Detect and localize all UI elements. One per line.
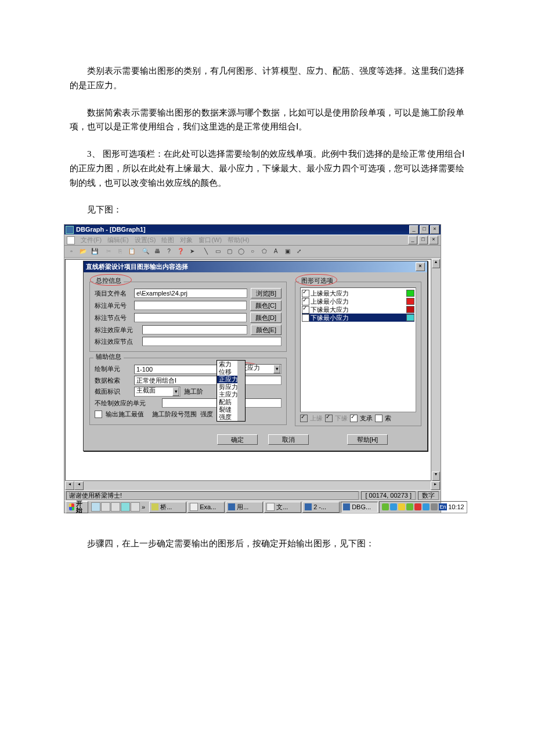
mdi-minimize-button[interactable]: _ [408,236,417,244]
check-icon[interactable] [302,290,309,297]
mdi-close-button[interactable]: × [429,236,438,244]
color-c-button[interactable]: 颜色[C] [250,300,282,311]
scroll-up-icon[interactable]: ▴ [432,259,440,268]
unit-input[interactable] [134,301,247,310]
task-item[interactable]: 用... [226,502,263,513]
type-dropdown-list[interactable]: 索力 位移 正应力 剪应力 主应力 配筋 裂缝 强度 [217,360,246,422]
chk-cable[interactable] [375,415,383,422]
tool-save-icon[interactable]: 💾 [89,246,100,257]
options-listbox[interactable]: 上缘最大应力 上缘最小应力 [300,287,416,412]
tray-icon[interactable] [431,503,438,510]
tool-cursor-icon[interactable]: ➤ [186,246,198,257]
scroll-left2-icon[interactable]: ◂ [74,481,84,490]
task-item[interactable]: 桥... [149,502,186,513]
scroll-right-icon[interactable]: ▸ [431,481,440,490]
ql-more[interactable]: » [140,504,146,510]
mdi-doc-icon[interactable] [67,236,75,244]
tool-open-icon[interactable]: 📂 [77,246,89,257]
tool-zoom-icon[interactable]: ⤢ [293,246,305,257]
tool-paste-icon[interactable]: 📋 [126,246,138,257]
list-item[interactable]: 下缘最大应力 [302,305,414,314]
ql-ie-icon[interactable] [91,502,100,512]
task-item[interactable]: Exa... [187,502,225,513]
check-icon[interactable] [302,298,309,305]
tool-roundrect-icon[interactable]: ▢ [223,246,235,257]
dataret-input[interactable] [134,376,282,385]
color-swatch[interactable] [406,298,414,305]
chk-support[interactable] [350,415,358,422]
check-icon[interactable] [302,306,309,314]
tray-icon[interactable] [414,503,421,510]
tool-circle-icon[interactable]: ○ [247,246,258,257]
canvas[interactable]: 直线桥梁设计项目图形输出内容选择 × 总控信息 项目文件名 [65,259,431,481]
tray-icon[interactable] [382,503,389,510]
tool-line-icon[interactable]: ╲ [200,246,212,257]
drawunit-input[interactable] [134,365,219,374]
color-e-button[interactable]: 颜色[E] [251,325,282,335]
color-swatch[interactable] [406,290,414,297]
color-d-button[interactable]: 颜色[D] [250,312,282,323]
tool-polygon-icon[interactable]: ⬠ [258,246,270,257]
section-select[interactable]: 主截面 [134,387,181,397]
tool-copy-icon[interactable]: ⎘ [114,246,126,257]
tool-rect-icon[interactable]: ▭ [212,246,223,257]
task-item-active[interactable]: DBG... [341,502,378,513]
horizontal-scrollbar[interactable]: ◂ ◂ ▸ [65,481,440,489]
effunit-input[interactable] [142,325,247,334]
chk-top[interactable] [300,415,308,422]
start-button[interactable]: 开始 [66,501,88,513]
tray-icon[interactable] [398,503,405,510]
dropdown-scrollbar[interactable] [237,361,245,421]
ql-outlook-icon[interactable] [111,502,120,512]
cancel-button[interactable]: 取消 [268,434,309,445]
list-item[interactable]: 上缘最大应力 [302,289,414,297]
ql-app-icon[interactable] [131,502,140,512]
node-input[interactable] [134,313,247,322]
vertical-scrollbar[interactable]: ▴ ▾ [432,259,440,481]
tray-icon[interactable] [406,503,413,510]
tool-print-icon[interactable]: 🖶 [151,246,163,257]
menu-window[interactable]: 窗口(W) [199,237,222,243]
check-icon[interactable] [302,314,309,322]
dialog-close-button[interactable]: × [416,262,425,271]
menu-file[interactable]: 文件(F) [81,237,102,243]
tool-image-icon[interactable]: ▣ [282,246,293,257]
projfile-input[interactable] [134,289,247,298]
list-item[interactable]: 上缘最小应力 [302,297,414,305]
menu-object[interactable]: 对象 [180,237,193,243]
tool-cut-icon[interactable]: ✂ [103,246,114,257]
tool-whatsthis-icon[interactable]: ❓ [175,246,186,257]
tool-new-icon[interactable]: ▫ [66,246,77,257]
menu-help[interactable]: 帮助(H) [228,237,249,243]
task-item[interactable]: 文... [264,502,301,513]
tool-find-icon[interactable]: 🔍 [140,246,151,257]
tray-icon[interactable] [423,503,430,510]
window-maximize-button[interactable]: □ [420,225,429,234]
tool-help-icon[interactable]: ? [163,246,175,257]
ok-button[interactable]: 确定 [217,434,258,445]
effnode-input[interactable] [142,337,282,346]
color-swatch[interactable] [406,314,414,321]
stage-max-checkbox[interactable] [95,411,102,418]
browse-button[interactable]: 浏览[B] [251,288,282,298]
menu-settings[interactable]: 设置(S) [135,237,156,243]
tool-text-icon[interactable]: A [270,246,282,257]
scroll-down-icon[interactable]: ▾ [432,471,440,481]
tray-icon[interactable] [390,503,397,510]
language-indicator[interactable]: En [439,503,447,510]
ql-desktop-icon[interactable] [101,502,110,512]
chk-bot[interactable] [325,415,333,422]
help-button[interactable]: 帮助[H] [347,434,388,445]
color-swatch[interactable] [406,306,414,313]
window-minimize-button[interactable]: _ [409,225,418,234]
titlebar[interactable]: DBGraph - [DBGraph1] _ □ × [64,225,441,235]
menu-edit[interactable]: 编辑(E) [107,237,129,243]
tool-ellipse-icon[interactable]: ◯ [235,246,247,257]
task-item[interactable]: 2 -... [302,502,340,513]
dialog-titlebar[interactable]: 直线桥梁设计项目图形输出内容选择 × [84,261,427,272]
mdi-maximize-button[interactable]: □ [418,236,428,244]
scroll-left-icon[interactable]: ◂ [65,481,74,490]
menu-draw[interactable]: 绘图 [161,237,174,243]
ql-msn-icon[interactable] [121,502,130,512]
list-item-selected[interactable]: 下缘最小应力 [302,314,414,322]
